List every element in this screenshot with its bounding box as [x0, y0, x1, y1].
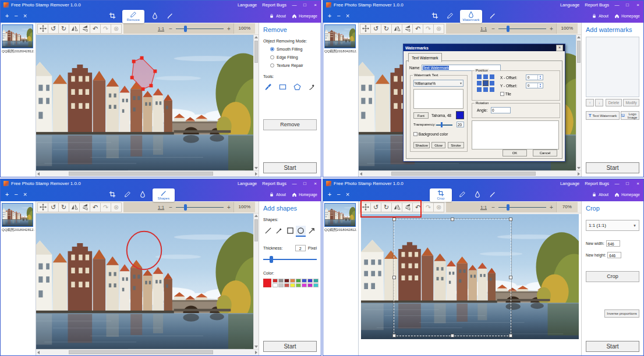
zoom-slider[interactable] [176, 25, 224, 33]
start-button[interactable]: Start [586, 341, 639, 352]
new-width-input[interactable]: 646 [606, 240, 620, 247]
aspect-ratio-dropdown[interactable]: 1:1 (1:1)▼ [586, 220, 639, 231]
font-color-swatch[interactable] [456, 111, 464, 119]
redo-button[interactable]: ↷ [100, 24, 111, 34]
photo-thumbnail[interactable] [2, 203, 33, 227]
add-text-watermark-button[interactable]: TText Watermark [586, 111, 620, 120]
scroll-left-arrow[interactable] [37, 351, 40, 354]
palette-swatch[interactable] [296, 283, 301, 287]
move-down-button[interactable]: ↓ [595, 99, 603, 106]
cancel-selection-button[interactable]: ⊗ [433, 202, 444, 212]
transparency-value[interactable]: 20 [457, 122, 464, 127]
horizontal-scrollbar[interactable] [36, 349, 259, 355]
undo-button[interactable]: ↶ [90, 24, 101, 34]
about-link[interactable]: About [592, 192, 608, 197]
tab-crop[interactable] [107, 190, 117, 200]
tab-shapes[interactable] [487, 190, 497, 200]
palette-swatch[interactable] [290, 279, 295, 283]
palette-swatch[interactable] [284, 279, 289, 283]
polygon-select-tool-button[interactable] [293, 83, 301, 91]
rotate-right-button[interactable]: ↻ [58, 202, 69, 212]
new-height-input[interactable]: 646 [607, 252, 621, 258]
cancel-selection-button[interactable]: ⊗ [111, 202, 122, 212]
vertical-scrollbar[interactable] [576, 35, 581, 170]
photo-canvas[interactable] [36, 35, 253, 170]
remove-photo-button[interactable]: − [14, 191, 17, 198]
zoom-in-button[interactable]: + [227, 26, 231, 32]
menu-language[interactable]: Language [560, 2, 579, 8]
arrow-shape-button[interactable] [307, 226, 317, 237]
undo-button[interactable]: ↶ [90, 202, 101, 212]
vertical-scroll-thumb[interactable] [254, 41, 258, 63]
maximize-button[interactable]: □ [625, 181, 630, 186]
close-button[interactable]: × [635, 2, 641, 8]
crop-handle-se[interactable] [509, 334, 512, 337]
remove-photo-button[interactable]: − [337, 12, 340, 19]
photo-canvas[interactable] [36, 213, 253, 349]
anchor-cell[interactable] [483, 87, 488, 92]
crop-handle-e[interactable] [509, 276, 512, 279]
scroll-left-arrow[interactable] [360, 172, 362, 176]
spinner-arrows[interactable]: ▲▼ [537, 75, 543, 80]
tab-watermark[interactable]: Watermark [460, 10, 482, 23]
homepage-link[interactable]: Homepage [292, 13, 317, 19]
zoom-out-button[interactable]: − [491, 26, 495, 32]
clear-photos-button[interactable]: × [346, 12, 349, 19]
zoom-in-button[interactable]: + [227, 204, 231, 211]
scroll-right-arrow[interactable] [578, 172, 580, 176]
horizontal-scrollbar[interactable] [359, 170, 581, 177]
start-button[interactable]: Start [263, 162, 317, 173]
menu-report-bugs[interactable]: Report Bugs [585, 2, 609, 8]
start-button[interactable]: Start [586, 162, 639, 173]
font-button[interactable]: Font [413, 112, 429, 119]
text-watermark-tab[interactable]: Text Watermark [408, 53, 442, 62]
maximize-button[interactable]: □ [302, 181, 307, 186]
thickness-slider[interactable] [263, 256, 317, 263]
rotate-right-button[interactable]: ↻ [58, 24, 69, 34]
palette-swatch[interactable] [302, 279, 307, 283]
actual-size-button[interactable]: 1:1 [479, 205, 488, 210]
vertical-scroll-thumb[interactable] [254, 219, 258, 241]
menu-report-bugs[interactable]: Report Bugs [262, 2, 286, 8]
anchor-cell[interactable] [483, 74, 488, 79]
clear-photos-button[interactable]: × [23, 12, 27, 19]
crop-handle-s[interactable] [451, 334, 454, 337]
clear-photos-button[interactable]: × [346, 191, 349, 198]
tab-remove[interactable] [457, 190, 467, 200]
scroll-up-arrow[interactable] [254, 36, 258, 38]
rectangle-shape-button[interactable] [285, 226, 295, 237]
line-shape-button[interactable] [263, 226, 273, 237]
about-link[interactable]: About [592, 13, 608, 19]
y-offset-spinner[interactable]: 0▲▼ [526, 83, 543, 88]
crop-handle-nw[interactable] [392, 218, 396, 221]
menu-report-bugs[interactable]: Report Bugs [262, 181, 286, 186]
tab-watermark[interactable] [150, 11, 160, 21]
anchor-cell[interactable] [490, 81, 494, 86]
crop-marquee[interactable] [394, 219, 511, 336]
anchor-cell-selected[interactable] [483, 81, 488, 86]
zoom-slider-thumb[interactable] [507, 204, 509, 211]
inverse-proportions-button[interactable]: Inverse proportions [604, 309, 639, 318]
horizontal-scrollbar[interactable] [36, 170, 259, 177]
thickness-slider-thumb[interactable] [270, 256, 273, 263]
about-link[interactable]: About [269, 13, 286, 19]
crop-handle-ne[interactable] [509, 218, 512, 221]
homepage-link[interactable]: Homepage [292, 192, 317, 197]
actual-size-button[interactable]: 1:1 [479, 26, 488, 31]
palette-swatch[interactable] [278, 283, 284, 287]
scroll-down-arrow[interactable] [254, 167, 258, 169]
zoom-slider[interactable] [498, 25, 546, 33]
palette-swatch[interactable] [278, 279, 284, 283]
palette-swatch[interactable] [290, 283, 295, 287]
flip-vertical-button[interactable] [402, 24, 413, 34]
horizontal-scroll-thumb[interactable] [69, 350, 213, 354]
zoom-in-button[interactable]: + [550, 204, 553, 211]
transparency-slider-thumb[interactable] [441, 122, 443, 127]
photo-thumbnail[interactable] [324, 203, 356, 227]
anchor-cell[interactable] [477, 87, 482, 92]
remove-button[interactable]: Remove [263, 119, 317, 130]
photo-canvas[interactable] [359, 213, 581, 355]
add-photo-button[interactable]: + [328, 12, 331, 19]
tab-remove[interactable]: Remove [122, 10, 144, 23]
palette-swatch[interactable] [307, 279, 313, 283]
